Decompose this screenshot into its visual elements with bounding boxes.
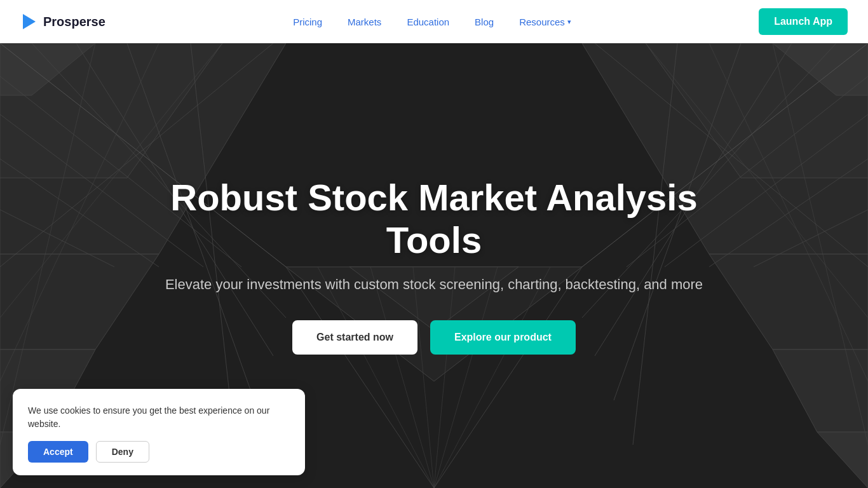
- svg-marker-0: [23, 14, 36, 29]
- nav-links: Pricing Markets Education Blog Resources…: [293, 17, 571, 27]
- deny-button[interactable]: Deny: [96, 441, 149, 463]
- nav-blog[interactable]: Blog: [475, 17, 494, 27]
- logo-icon: [20, 13, 38, 30]
- accept-button[interactable]: Accept: [28, 441, 88, 463]
- nav-pricing[interactable]: Pricing: [293, 17, 322, 27]
- hero-content: Robust Stock Market Analysis Tools Eleva…: [148, 177, 720, 355]
- launch-app-button[interactable]: Launch App: [759, 8, 848, 35]
- get-started-button[interactable]: Get started now: [292, 320, 417, 355]
- cookie-banner: We use cookies to ensure you get the bes…: [13, 389, 305, 475]
- nav-education[interactable]: Education: [407, 17, 449, 27]
- hero-title: Robust Stock Market Analysis Tools: [161, 177, 707, 261]
- cookie-message: We use cookies to ensure you get the bes…: [28, 404, 290, 431]
- chevron-down-icon: ▾: [567, 18, 571, 26]
- logo-text: Prosperse: [43, 15, 105, 29]
- navbar: Prosperse Pricing Markets Education Blog…: [0, 0, 868, 43]
- hero-buttons: Get started now Explore our product: [161, 320, 707, 355]
- hero-subtitle: Elevate your investments with custom sto…: [161, 274, 707, 295]
- nav-markets[interactable]: Markets: [348, 17, 381, 27]
- explore-product-button[interactable]: Explore our product: [430, 320, 576, 355]
- cookie-buttons: Accept Deny: [28, 441, 290, 463]
- logo-link[interactable]: Prosperse: [20, 13, 105, 30]
- nav-resources[interactable]: Resources ▾: [519, 17, 571, 27]
- nav-resources-label: Resources: [519, 17, 565, 27]
